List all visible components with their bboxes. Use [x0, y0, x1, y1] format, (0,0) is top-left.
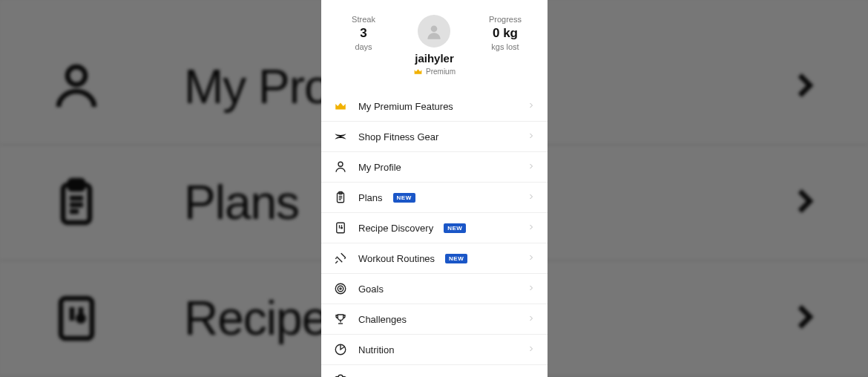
- premium-label: Premium: [426, 68, 456, 76]
- menu-label: Nutrition: [358, 344, 394, 355]
- profile-header: Streak 3 days jaihyler Premium Progress …: [321, 0, 548, 79]
- chef-hat-icon: [333, 373, 348, 377]
- new-badge: NEW: [444, 223, 466, 233]
- progress-unit: kgs lost: [479, 42, 531, 51]
- new-badge: NEW: [445, 254, 467, 263]
- person-icon: [333, 160, 348, 174]
- chevron-right-icon: [527, 221, 536, 235]
- chevron-right-icon: [527, 343, 536, 356]
- chevron-right-icon: [527, 312, 536, 326]
- menu-item-recipe-discovery[interactable]: Recipe Discovery NEW: [321, 213, 548, 243]
- chevron-right-icon: [527, 99, 536, 113]
- chevron-right-icon: [527, 373, 536, 377]
- streak-label: Streak: [338, 15, 389, 24]
- menu-item-premium-features[interactable]: My Premium Features: [321, 91, 548, 122]
- streak-stat[interactable]: Streak 3 days: [338, 15, 389, 51]
- crown-icon: [333, 99, 348, 114]
- menu-label: My Profile: [358, 162, 401, 173]
- progress-label: Progress: [479, 15, 531, 24]
- username: jaihyler: [415, 52, 454, 65]
- menu-label: Workout Routines: [358, 253, 435, 264]
- clipboard-icon: [333, 190, 348, 205]
- avatar-block[interactable]: jaihyler Premium: [413, 15, 456, 76]
- menu-item-workout-routines[interactable]: Workout Routines NEW: [321, 243, 548, 274]
- crown-icon: [413, 67, 423, 76]
- streak-value: 3: [338, 26, 389, 41]
- menu-list: My Premium Features Shop Fitness Gear My…: [321, 91, 548, 377]
- streak-unit: days: [338, 42, 389, 51]
- menu-label: Goals: [358, 283, 384, 295]
- pie-chart-icon: [333, 342, 348, 357]
- chevron-right-icon: [527, 282, 536, 295]
- menu-item-goals[interactable]: Goals: [321, 274, 548, 304]
- chevron-right-icon: [527, 130, 536, 143]
- menu-item-shop-gear[interactable]: Shop Fitness Gear: [321, 122, 548, 152]
- menu-label: My Premium Features: [358, 101, 453, 112]
- dumbbell-icon: [333, 251, 348, 266]
- chevron-right-icon: [527, 160, 536, 174]
- menu-label: Shop Fitness Gear: [358, 131, 438, 142]
- premium-badge: Premium: [413, 67, 456, 76]
- progress-value: 0 kg: [479, 26, 531, 41]
- chevron-right-icon: [527, 252, 536, 265]
- menu-label: Plans: [358, 192, 383, 203]
- menu-item-nutrition[interactable]: Nutrition: [321, 335, 548, 365]
- recipe-icon: [333, 220, 348, 235]
- profile-panel: Streak 3 days jaihyler Premium Progress …: [321, 0, 548, 377]
- trophy-icon: [333, 312, 348, 327]
- menu-item-plans[interactable]: Plans NEW: [321, 183, 548, 213]
- avatar[interactable]: [418, 15, 450, 47]
- under-armour-icon: [333, 129, 348, 144]
- target-icon: [333, 281, 348, 296]
- chevron-right-icon: [527, 191, 536, 204]
- progress-stat[interactable]: Progress 0 kg kgs lost: [479, 15, 531, 51]
- menu-item-meals-recipes-foods[interactable]: My Meals, Recipes & Foods: [321, 365, 548, 377]
- menu-label: Challenges: [358, 314, 407, 325]
- menu-item-my-profile[interactable]: My Profile: [321, 152, 548, 183]
- menu-label: Recipe Discovery: [358, 223, 433, 234]
- avatar-placeholder-icon: [424, 22, 444, 41]
- menu-item-challenges[interactable]: Challenges: [321, 304, 548, 335]
- new-badge: NEW: [393, 193, 415, 203]
- menu-label: My Meals, Recipes & Foods: [358, 375, 479, 378]
